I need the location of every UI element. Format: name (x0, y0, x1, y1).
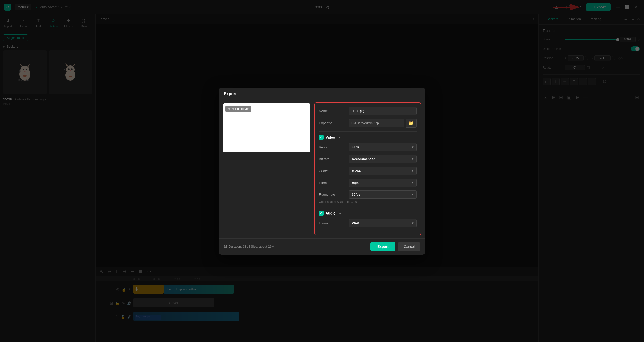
resolution-row: Resol... 480P ▾ (319, 143, 417, 151)
bitrate-select[interactable]: Recommended ▾ (349, 155, 417, 163)
preview-thumbnail: ✎ ✎ Edit cover (223, 103, 310, 153)
dialog-overlay: Export ✎ ✎ Edit cover Name (0, 0, 644, 342)
video-section-header: ✓ Video ▲ (319, 135, 417, 140)
framerate-arrow-icon: ▾ (412, 193, 413, 196)
name-row: Name (319, 107, 417, 115)
film-icon: 🎞 (224, 245, 227, 248)
dialog-header: Export (219, 88, 425, 99)
settings-divider-1 (319, 131, 417, 132)
video-check-icon[interactable]: ✓ (319, 135, 324, 140)
video-collapse-icon[interactable]: ▲ (338, 136, 341, 139)
audio-format-select[interactable]: WAV ▾ (349, 219, 417, 227)
audio-format-arrow-icon: ▾ (412, 221, 413, 225)
resolution-arrow-icon: ▾ (412, 145, 413, 149)
export-to-row: Export to 📁 (319, 119, 417, 128)
export-path-input[interactable] (349, 119, 404, 127)
audio-section-header: ✓ Audio ▲ (319, 211, 417, 216)
bitrate-row: Bit rate Recommended ▾ (319, 155, 417, 163)
format-arrow-icon: ▾ (412, 181, 413, 184)
format-row: Format mp4 ▾ (319, 179, 417, 187)
audio-collapse-icon[interactable]: ▲ (339, 211, 342, 215)
codec-arrow-icon: ▾ (412, 169, 413, 173)
dialog-cancel-button[interactable]: Cancel (398, 242, 420, 251)
bitrate-arrow-icon: ▾ (412, 157, 413, 161)
browse-button[interactable]: 📁 (406, 119, 417, 128)
dialog-actions: Export Cancel (370, 242, 420, 251)
edit-cover-button[interactable]: ✎ ✎ Edit cover (225, 106, 251, 112)
duration-info: 🎞 Duration: 38s | Size: about 26M (224, 245, 274, 248)
folder-icon: 📁 (408, 120, 414, 126)
color-space-text: Color space: SDR - Rec.709 (319, 200, 417, 204)
codec-select[interactable]: H.264 ▾ (349, 167, 417, 175)
dialog-footer: 🎞 Duration: 38s | Size: about 26M Export… (219, 238, 425, 255)
dialog-export-button[interactable]: Export (370, 242, 395, 251)
settings-divider-2 (319, 207, 417, 207)
audio-check-icon[interactable]: ✓ (319, 211, 324, 216)
resolution-select[interactable]: 480P ▾ (349, 143, 417, 151)
dialog-body: ✎ ✎ Edit cover Name Export to (219, 99, 425, 238)
audio-format-row: Format WAV ▾ (319, 219, 417, 227)
edit-icon: ✎ (228, 107, 230, 111)
codec-row: Codec H.264 ▾ (319, 167, 417, 175)
dialog-preview: ✎ ✎ Edit cover (219, 99, 314, 238)
export-settings-panel: Name Export to 📁 (314, 102, 421, 235)
name-input[interactable] (349, 107, 417, 115)
format-select[interactable]: mp4 ▾ (349, 179, 417, 187)
framerate-select[interactable]: 30fps ▾ (349, 190, 417, 199)
export-dialog: Export ✎ ✎ Edit cover Name (219, 88, 425, 255)
framerate-row: Frame rate 30fps ▾ (319, 190, 417, 199)
